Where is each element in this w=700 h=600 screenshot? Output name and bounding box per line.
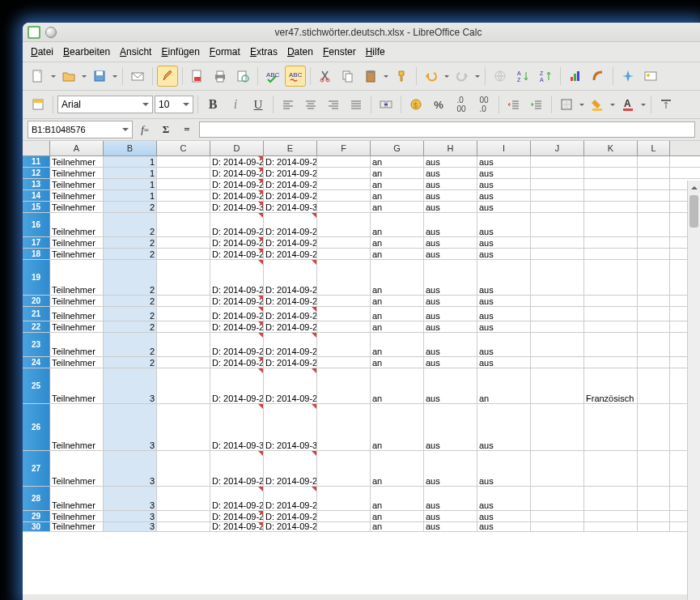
- scroll-thumb[interactable]: [689, 195, 698, 228]
- cell-J29[interactable]: [531, 511, 584, 521]
- cell-E23[interactable]: D: 2014-09-22 06:42:41: [264, 333, 317, 356]
- cell-I17[interactable]: aus: [477, 237, 531, 248]
- hyperlink-button[interactable]: [490, 66, 511, 87]
- cell-E13[interactable]: D: 2014-09-21 15:24:37: [264, 179, 317, 189]
- cell-J20[interactable]: [531, 296, 584, 306]
- cell-L15[interactable]: [638, 202, 670, 212]
- cell-B24[interactable]: 2: [104, 357, 157, 368]
- cell-C18[interactable]: [157, 249, 210, 259]
- cell-H30[interactable]: aus: [424, 522, 477, 531]
- cell-G29[interactable]: an: [371, 511, 424, 521]
- cell-L11[interactable]: [638, 156, 670, 167]
- cell-L26[interactable]: [638, 404, 670, 450]
- cell-F28[interactable]: [317, 487, 371, 510]
- cell-F12[interactable]: [317, 168, 371, 178]
- cell-G22[interactable]: an: [371, 321, 424, 332]
- cell-J13[interactable]: [531, 179, 584, 189]
- cell-E15[interactable]: D: 2014-09-30 19:56:43: [264, 202, 317, 212]
- cell-C14[interactable]: [157, 190, 210, 201]
- cell-E16[interactable]: D: 2014-09-28 14:41:32: [264, 213, 317, 236]
- print-button[interactable]: [210, 66, 231, 87]
- cell-K28[interactable]: [584, 487, 638, 510]
- cell-E21[interactable]: D: 2014-09-23 15:31:40: [264, 307, 317, 321]
- cell-B25[interactable]: 3: [104, 368, 157, 403]
- cell-C13[interactable]: [157, 179, 210, 189]
- paste-dropdown[interactable]: [383, 73, 389, 80]
- cell-G28[interactable]: an: [371, 487, 424, 510]
- cell-D17[interactable]: D: 2014-09-2: [210, 237, 264, 248]
- cell-J14[interactable]: [531, 190, 584, 201]
- cell-D27[interactable]: D: 2014-09-2: [210, 451, 264, 486]
- copy-button[interactable]: [337, 66, 358, 87]
- cell-L13[interactable]: [638, 179, 670, 189]
- edit-mode-button[interactable]: [157, 66, 178, 87]
- row-header-14[interactable]: 14: [23, 190, 50, 201]
- row-header-29[interactable]: 29: [23, 511, 50, 521]
- cell-E22[interactable]: D: 2014-09-23 07:29:29: [264, 321, 317, 332]
- cell-I12[interactable]: aus: [477, 168, 531, 178]
- cell-B27[interactable]: 3: [104, 451, 157, 486]
- fontcolor-dropdown[interactable]: [640, 101, 647, 109]
- cell-A21[interactable]: Teilnehmer: [50, 307, 104, 321]
- cell-I30[interactable]: aus: [477, 522, 531, 531]
- row-header-15[interactable]: 15: [23, 202, 50, 212]
- cell-J23[interactable]: [531, 333, 584, 356]
- cell-K22[interactable]: [584, 321, 638, 332]
- cell-F18[interactable]: [317, 249, 371, 259]
- cell-F23[interactable]: [317, 333, 371, 356]
- styles-button[interactable]: [28, 94, 49, 115]
- cell-L14[interactable]: [638, 190, 670, 201]
- cell-D13[interactable]: D: 2014-09-2: [210, 179, 264, 189]
- cell-B13[interactable]: 1: [104, 179, 157, 189]
- remove-decimal-button[interactable]: 00.0: [473, 94, 494, 115]
- cell-F26[interactable]: [317, 404, 371, 450]
- redo-dropdown[interactable]: [474, 73, 481, 80]
- cell-G16[interactable]: an: [371, 213, 424, 236]
- cell-I23[interactable]: aus: [477, 333, 531, 356]
- cell-C27[interactable]: [157, 451, 210, 486]
- cell-D16[interactable]: D: 2014-09-2: [210, 213, 264, 236]
- open-button[interactable]: [58, 66, 79, 87]
- cell-F27[interactable]: [317, 451, 371, 486]
- function-wizard-button[interactable]: f∞: [136, 121, 154, 138]
- col-header-H[interactable]: H: [424, 141, 477, 155]
- cell-B16[interactable]: 2: [104, 213, 157, 236]
- cell-K13[interactable]: [584, 179, 638, 189]
- menu-datei[interactable]: Datei: [28, 45, 57, 59]
- cell-A14[interactable]: Teilnehmer: [50, 190, 104, 201]
- cell-L23[interactable]: [638, 333, 670, 356]
- cell-J24[interactable]: [531, 357, 584, 368]
- align-left-button[interactable]: [278, 94, 299, 115]
- show-draw-functions-button[interactable]: [588, 66, 609, 87]
- cell-D19[interactable]: D: 2014-09-2: [210, 260, 264, 295]
- cell-I27[interactable]: aus: [477, 451, 531, 486]
- cell-H12[interactable]: aus: [424, 168, 477, 178]
- cell-C20[interactable]: [157, 296, 210, 306]
- cell-C16[interactable]: [157, 213, 210, 236]
- cell-E27[interactable]: D: 2014-09-28 15:15:48: [264, 451, 317, 486]
- cell-K23[interactable]: [584, 333, 638, 356]
- cell-E24[interactable]: D: 2014-09-21 17:17:22: [264, 357, 317, 368]
- cell-D20[interactable]: D: 2014-09-2: [210, 296, 264, 306]
- cell-I26[interactable]: aus: [477, 404, 531, 450]
- cell-K30[interactable]: [584, 522, 638, 531]
- cell-G17[interactable]: an: [371, 237, 424, 248]
- cell-A19[interactable]: Teilnehmer: [50, 260, 104, 295]
- cell-L21[interactable]: [638, 307, 670, 321]
- cell-F29[interactable]: [317, 511, 371, 521]
- gallery-button[interactable]: [640, 66, 661, 87]
- cell-A29[interactable]: Teilnehmer: [50, 511, 104, 521]
- cell-I28[interactable]: aus: [477, 487, 531, 510]
- fontcolor-button[interactable]: A: [617, 94, 638, 115]
- cell-H25[interactable]: aus: [424, 368, 477, 403]
- cell-A23[interactable]: Teilnehmer: [50, 333, 104, 356]
- cell-A27[interactable]: Teilnehmer: [50, 451, 104, 486]
- cell-F25[interactable]: [317, 368, 371, 403]
- cell-D23[interactable]: D: 2014-09-2: [210, 333, 264, 356]
- cell-B28[interactable]: 3: [104, 487, 157, 510]
- cell-H17[interactable]: aus: [424, 237, 477, 248]
- cell-E20[interactable]: D: 2014-09-24 04:34:42: [264, 296, 317, 306]
- row-header-22[interactable]: 22: [23, 321, 50, 332]
- new-doc-button[interactable]: [28, 66, 49, 87]
- cell-J19[interactable]: [531, 260, 584, 295]
